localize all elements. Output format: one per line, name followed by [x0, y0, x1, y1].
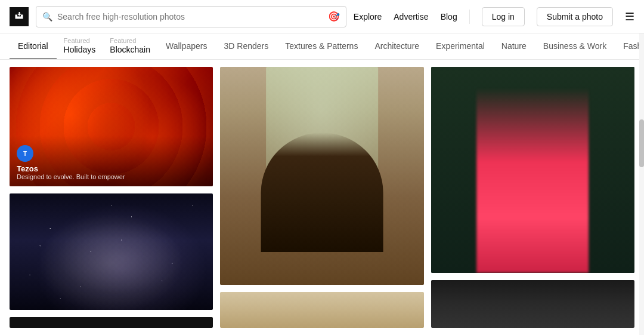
- column-left: T Tezos Designed to evolve. Built to emp…: [10, 67, 213, 328]
- tab-textures-patterns[interactable]: Textures & Patterns: [277, 33, 366, 60]
- visual-search-icon[interactable]: 🎯: [328, 11, 340, 22]
- photo-card-person[interactable]: [431, 67, 634, 273]
- photo-card-galaxy[interactable]: [10, 193, 213, 310]
- sponsor-name: Tezos: [17, 164, 206, 173]
- nav-tabs: Editorial Featured Holidays Featured Blo…: [0, 33, 644, 60]
- milkyway-decoration: [10, 193, 213, 310]
- header-nav: Explore Advertise Blog Log in Submit a p…: [354, 7, 634, 26]
- nav-explore[interactable]: Explore: [354, 12, 382, 21]
- tab-editorial[interactable]: Editorial: [10, 33, 57, 60]
- sponsor-overlay: T Tezos Designed to evolve. Built to emp…: [10, 136, 213, 186]
- nav-advertise[interactable]: Advertise: [394, 12, 428, 21]
- photo-grid: T Tezos Designed to evolve. Built to emp…: [0, 60, 644, 335]
- scrollbar-thumb[interactable]: [639, 119, 644, 167]
- column-right: [431, 67, 634, 328]
- tab-featured-holidays[interactable]: Featured Holidays: [57, 33, 103, 60]
- tab-business-work[interactable]: Business & Work: [535, 33, 615, 60]
- sponsor-logo: T: [17, 145, 33, 162]
- column-middle: [220, 67, 423, 328]
- tab-nature[interactable]: Nature: [493, 33, 535, 60]
- submit-photo-button[interactable]: Submit a photo: [537, 7, 613, 26]
- sponsor-tagline: Designed to evolve. Built to empower: [17, 173, 206, 180]
- header-divider: [469, 10, 470, 24]
- photo-card-office[interactable]: [220, 67, 423, 285]
- logo[interactable]: [10, 7, 29, 26]
- tab-wallpapers[interactable]: Wallpapers: [157, 33, 216, 60]
- scrollbar[interactable]: [639, 0, 644, 335]
- nav-blog[interactable]: Blog: [441, 12, 457, 21]
- search-icon: 🔍: [42, 12, 52, 21]
- photo-card-dark-bottom[interactable]: [10, 317, 213, 328]
- person-silhouette: [261, 133, 383, 253]
- photo-card-office-bottom[interactable]: [220, 292, 423, 328]
- header: 🔍 🎯 Explore Advertise Blog Log in Submit…: [0, 0, 644, 33]
- tab-featured-blockchain[interactable]: Featured Blockchain: [103, 33, 157, 60]
- tab-architecture[interactable]: Architecture: [366, 33, 428, 60]
- search-bar: 🔍 🎯: [36, 6, 346, 27]
- tab-experimental[interactable]: Experimental: [428, 33, 493, 60]
- hamburger-menu-icon[interactable]: ☰: [625, 10, 634, 23]
- photo-card-dark2[interactable]: [431, 280, 634, 328]
- person-figure: [476, 88, 589, 273]
- login-button[interactable]: Log in: [482, 7, 525, 26]
- search-input[interactable]: [57, 12, 323, 21]
- photo-card-crypto[interactable]: T Tezos Designed to evolve. Built to emp…: [10, 67, 213, 186]
- tab-3d-renders[interactable]: 3D Renders: [216, 33, 277, 60]
